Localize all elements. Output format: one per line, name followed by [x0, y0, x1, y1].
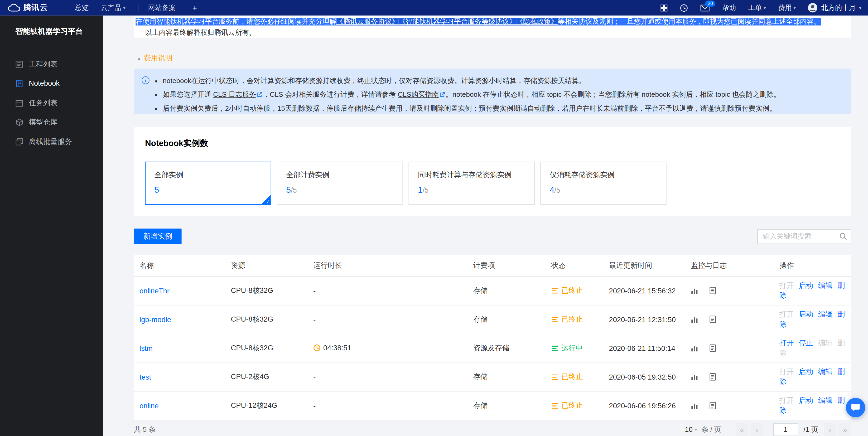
privacy-link[interactable]: 《隐私政策》 — [516, 18, 558, 25]
history-clock-icon[interactable] — [680, 4, 688, 12]
table-row: test CPU-2核4G - 存储 已终止 2020-06-05 19:32:… — [134, 363, 851, 391]
log-icon[interactable] — [709, 315, 716, 323]
edit-action[interactable]: 编辑 — [818, 339, 833, 347]
instance-name-link[interactable]: test — [140, 373, 151, 381]
sla-link[interactable]: 《智能钛机器学习平台服务等级协议》 — [399, 18, 516, 25]
model-repo-icon — [16, 118, 23, 126]
log-icon[interactable] — [709, 344, 716, 352]
cls-service-link[interactable]: CLS 日志服务 — [213, 90, 256, 98]
instance-name-link[interactable]: lgb-modle — [140, 315, 171, 323]
start-action[interactable]: 启动 — [799, 396, 813, 404]
table-row: lgb-modle CPU-8核32G - 存储 已终止 2020-06-21 … — [134, 305, 851, 334]
offline-batch-icon — [16, 137, 23, 145]
nav-ticket[interactable]: 工单 ▾ — [748, 3, 766, 13]
page-size-select[interactable]: 10 ▾ — [685, 426, 697, 433]
log-icon[interactable] — [709, 402, 716, 409]
fee-section-toggle[interactable]: ▴ 费用说明 — [134, 53, 851, 63]
billing-cell: 存储 — [468, 305, 546, 334]
edit-action[interactable]: 编辑 — [818, 368, 833, 376]
sidebar-nav: 工程列表 Notebook 任务列表 模型仓库 — [0, 54, 103, 151]
monitor-chart-icon[interactable] — [691, 373, 698, 380]
stop-action[interactable]: 停止 — [799, 339, 813, 347]
external-link-icon[interactable] — [439, 88, 445, 102]
console-window: 腾讯云 总览 云产品 ▾ 网站备案 + 20 帮助 工单 ▾ — [0, 0, 868, 436]
status-badge: 运行中 — [551, 343, 583, 353]
table-row: onlineThr CPU-8核32G - 存储 已终止 2020-06-21 … — [134, 276, 851, 305]
page-number-input[interactable] — [773, 423, 798, 436]
support-chat-button[interactable] — [846, 398, 865, 417]
status-badge: 已终止 — [551, 314, 583, 324]
sidebar-item-notebook[interactable]: Notebook — [0, 73, 103, 93]
first-page-button[interactable]: « — [735, 423, 748, 436]
edit-action[interactable]: 编辑 — [818, 281, 833, 289]
nav-beian[interactable]: 网站备案 — [148, 3, 176, 13]
prev-page-button[interactable]: ‹ — [750, 423, 763, 436]
runtime-cell: - — [308, 305, 468, 334]
notebook-icon — [16, 79, 23, 87]
instance-name-link[interactable]: online — [140, 402, 159, 410]
search-icon[interactable] — [839, 232, 847, 240]
updated-cell: 2020-06-21 12:31:50 — [603, 305, 685, 334]
external-link-icon[interactable] — [257, 88, 262, 102]
tencent-cloud-logo[interactable]: 腾讯云 — [8, 3, 48, 13]
new-instance-button[interactable]: 新增实例 — [134, 228, 182, 244]
stat-box-storage-only-instances[interactable]: 仅消耗存储资源实例 4/5 — [540, 162, 666, 205]
fee-bullet-3: 后付费实例欠费后，2小时自动停服，15天删除数据，停服后存储持续产生费用，请及时… — [163, 102, 780, 115]
instance-name-link[interactable]: lstm — [140, 344, 153, 352]
monitor-chart-icon[interactable] — [691, 345, 698, 352]
check-icon: ✓ — [266, 199, 270, 204]
runtime-clock-icon — [313, 344, 320, 351]
next-page-button[interactable]: › — [824, 423, 836, 436]
total-count: 共 5 条 — [134, 425, 156, 434]
open-action[interactable]: 打开 — [779, 368, 794, 376]
sidebar-item-offline-batch[interactable]: 离线批量服务 — [0, 132, 103, 151]
nav-products[interactable]: 云产品 ▾ — [101, 3, 125, 13]
sidebar-item-model-repo[interactable]: 模型仓库 — [0, 112, 103, 131]
open-action[interactable]: 打开 — [779, 339, 794, 347]
start-action[interactable]: 启动 — [799, 368, 813, 376]
nav-help[interactable]: 帮助 — [722, 3, 736, 13]
start-action[interactable]: 启动 — [799, 281, 813, 289]
nav-billing[interactable]: 费用 ▾ — [778, 3, 796, 13]
instance-name-link[interactable]: onlineThr — [140, 286, 169, 294]
stat-box-compute-storage-instances[interactable]: 同时耗费计算与存储资源实例 1/5 — [408, 162, 535, 205]
log-icon[interactable] — [709, 287, 716, 294]
stat-box-all-instances[interactable]: 全部实例 5 ✓ — [145, 162, 271, 205]
user-menu[interactable]: 北方的十月 ▾ — [808, 3, 861, 13]
open-action[interactable]: 打开 — [779, 281, 794, 289]
nav-divider — [137, 4, 138, 11]
info-icon: i — [142, 76, 149, 84]
page-size-unit: 条 / 页 — [701, 425, 721, 434]
last-page-button[interactable]: » — [839, 423, 851, 436]
col-runtime: 运行时长 — [308, 255, 468, 276]
sidebar-item-project-list[interactable]: 工程列表 — [0, 54, 103, 73]
billing-cell: 存储 — [468, 363, 546, 391]
monitor-chart-icon[interactable] — [691, 287, 698, 294]
log-icon[interactable] — [709, 373, 716, 381]
edit-action[interactable]: 编辑 — [818, 310, 833, 318]
apps-grid-icon[interactable] — [661, 4, 668, 11]
stat-box-billed-instances[interactable]: 全部计费实例 5/5 — [277, 162, 403, 205]
open-action[interactable]: 打开 — [779, 310, 794, 318]
start-action[interactable]: 启动 — [799, 310, 813, 318]
cls-guide-link[interactable]: CLS购买指南 — [398, 90, 439, 98]
agreement-notice: 在使用智能钛机器学习平台服务前，请您务必仔细阅读并充分理解《腾讯云服务协议》《智… — [134, 15, 851, 38]
mail-count-badge: 20 — [706, 0, 715, 6]
sidebar-item-task-list[interactable]: 任务列表 — [0, 93, 103, 112]
username: 北方的十月 — [821, 3, 856, 13]
add-tab-button[interactable]: + — [192, 3, 197, 13]
agreement-link[interactable]: 《腾讯云服务协议》 — [336, 18, 398, 25]
monitor-chart-icon[interactable] — [691, 402, 698, 409]
runtime-cell: - — [308, 363, 468, 391]
monitor-chart-icon[interactable] — [691, 316, 698, 323]
search-input[interactable] — [763, 232, 839, 240]
edit-action[interactable]: 编辑 — [818, 396, 833, 404]
brand-name: 腾讯云 — [23, 3, 48, 13]
nav-overview[interactable]: 总览 — [74, 3, 88, 13]
main-area: 在使用智能钛机器学习平台服务前，请您务必仔细阅读并充分理解《腾讯云服务协议》《智… — [103, 15, 868, 436]
col-updated: 最近更新时间 — [603, 255, 685, 276]
open-action[interactable]: 打开 — [779, 396, 794, 404]
runtime-cell: - — [308, 391, 468, 420]
mail-icon[interactable]: 20 — [701, 4, 710, 11]
fee-section-title: 费用说明 — [144, 53, 173, 63]
